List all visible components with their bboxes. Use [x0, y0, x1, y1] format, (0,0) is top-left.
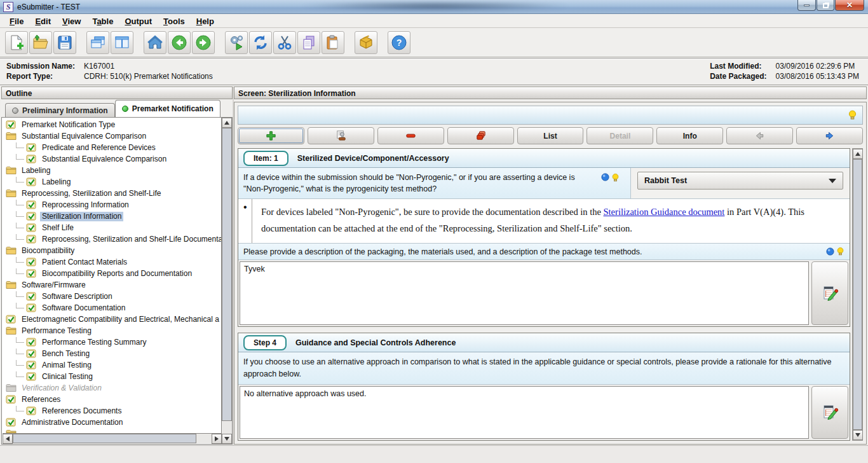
tree-horizontal-scrollbar[interactable] [3, 433, 221, 443]
refresh-button[interactable] [249, 31, 272, 54]
add-item-button[interactable] [238, 127, 304, 144]
back-button[interactable] [168, 31, 191, 54]
copy-button[interactable] [297, 31, 320, 54]
screen-body: List Detail Info Item: 1 Sterilized Devi… [234, 102, 867, 445]
check-icon [26, 177, 37, 186]
menu-tools[interactable]: Tools [158, 15, 191, 27]
open-icon [32, 34, 49, 51]
tree-item[interactable]: References [2, 394, 221, 405]
next-item-button[interactable] [796, 127, 863, 144]
close-button[interactable]: ✕ [835, 0, 864, 11]
paste-button[interactable] [322, 31, 344, 54]
tree-item[interactable]: Labeling [2, 165, 221, 176]
vertical-scrollbar-thumb[interactable] [853, 159, 862, 430]
tree-item[interactable]: Software Documentation [2, 302, 221, 314]
new-document-button[interactable] [5, 31, 28, 54]
duplicate-item-button[interactable] [447, 127, 514, 144]
tree-item[interactable]: Shelf Life [2, 222, 221, 233]
tree-item[interactable]: Verification & Validation [2, 382, 221, 394]
menu-edit[interactable]: Edit [29, 15, 57, 27]
tab-preliminary-information[interactable]: Preliminary Information [5, 103, 115, 117]
minimize-button[interactable] [797, 0, 816, 11]
sterilization-guidance-link[interactable]: Sterilization Guidance document [604, 207, 725, 217]
edit-alternative-approach-button[interactable] [811, 386, 848, 439]
screen-toolbar: List Detail Info [238, 127, 863, 144]
menu-table[interactable]: Table [86, 15, 119, 27]
screen-panel: Screen: Sterilization Information List D… [234, 86, 867, 445]
open-button[interactable] [29, 31, 52, 54]
help-button[interactable]: ? [388, 31, 410, 54]
home-button[interactable] [144, 31, 166, 54]
menu-view[interactable]: View [57, 15, 86, 27]
scroll-down-button[interactable] [222, 434, 232, 444]
save-button[interactable] [53, 31, 76, 54]
restore-button[interactable] [817, 0, 834, 11]
tree-item[interactable]: Labeling [2, 176, 221, 188]
close-icon: ✕ [846, 1, 853, 10]
vertical-scrollbar-thumb[interactable] [222, 128, 232, 421]
tree-item[interactable]: Biocompatibility Reports and Documentati… [2, 268, 221, 279]
tree-item[interactable]: Substantial Equivalence Comparison [2, 153, 221, 165]
edit-packaging-answer-button[interactable] [811, 261, 848, 325]
tree-item[interactable]: Reprocessing Information [2, 199, 221, 211]
tree-item[interactable]: Sterilization Information [2, 211, 221, 222]
menu-file[interactable]: File [4, 15, 29, 27]
plus-icon [265, 130, 277, 142]
tree-item-label: Clinical Testing [40, 372, 95, 382]
list-button[interactable]: List [517, 127, 584, 144]
scroll-left-button[interactable] [3, 434, 13, 444]
tree-item[interactable]: Performance Testing Summary [2, 336, 221, 348]
horizontal-scrollbar-thumb[interactable] [13, 434, 196, 443]
screen-vertical-scrollbar[interactable] [852, 148, 863, 441]
home-icon [147, 34, 163, 51]
tree-item[interactable]: Software Description [2, 291, 221, 302]
tree-item-label: Administrative Documentation [20, 418, 125, 427]
tree-item[interactable]: Electromagnetic Compatibility and Electr… [2, 314, 221, 325]
tree-item[interactable]: Reprocessing, Sterilization and Shelf-Li… [2, 233, 221, 245]
menu-help[interactable]: Help [191, 15, 220, 27]
packaging-answer-textarea[interactable]: Tyvek [240, 261, 809, 325]
scroll-down-button[interactable] [853, 430, 863, 440]
tree-item[interactable]: Software/Firmware [2, 279, 221, 291]
tree-item[interactable]: Administrative Documentation [2, 417, 221, 428]
blue-dot-icon[interactable] [601, 173, 609, 181]
package-button[interactable] [355, 31, 377, 54]
tree-item[interactable]: References Documents [2, 405, 221, 417]
info-button[interactable]: Info [656, 127, 723, 144]
tree-item[interactable]: Biocompatibility [2, 245, 221, 256]
tree-item[interactable]: Animal Testing [2, 359, 221, 371]
detail-button-label: Detail [610, 132, 631, 141]
remove-item-button[interactable] [377, 127, 444, 144]
forward-button[interactable] [192, 31, 215, 54]
cut-button[interactable] [273, 31, 296, 54]
menu-output[interactable]: Output [119, 15, 158, 27]
split-view-button[interactable] [111, 31, 133, 54]
submission-info-bar: Submission Name: K167001 Report Type: CD… [0, 58, 868, 85]
previous-item-button[interactable] [726, 127, 793, 144]
tab-premarket-notification[interactable]: Premarket Notification [115, 100, 220, 117]
tree-vertical-scrollbar[interactable] [221, 118, 232, 444]
alternative-approach-textarea[interactable]: No alternative approach was used. [240, 386, 809, 439]
lightbulb-icon[interactable] [836, 247, 844, 256]
tree-item[interactable]: Performance Testing [2, 325, 221, 336]
tree-item[interactable]: Substantial Equivalence Comparison [2, 130, 221, 142]
lightbulb-icon[interactable] [848, 110, 857, 120]
tree-item[interactable]: Clinical Testing [2, 371, 221, 382]
detail-button[interactable]: Detail [587, 127, 653, 144]
tree-item[interactable]: Bench Testing [2, 348, 221, 359]
stamp-item-button[interactable] [308, 127, 374, 144]
scroll-right-button[interactable] [212, 434, 221, 444]
cascade-windows-button[interactable] [86, 31, 109, 54]
chevron-down-icon [829, 179, 836, 183]
blue-dot-icon[interactable] [826, 247, 834, 256]
tree-item[interactable]: Reprocessing, Sterilization and Shelf-Li… [2, 188, 221, 199]
lightbulb-icon[interactable] [611, 173, 620, 183]
scroll-up-button[interactable] [222, 118, 232, 128]
run-report-button[interactable] [225, 31, 248, 54]
tree-item[interactable]: Predicate and Reference Devices [2, 142, 221, 153]
tree-item[interactable]: Premarket Notification Type [2, 119, 221, 130]
pyrogenicity-test-dropdown[interactable]: Rabbit Test [637, 172, 843, 190]
scroll-up-button[interactable] [853, 149, 863, 159]
tree-item[interactable]: Patient Contact Materials [2, 256, 221, 268]
screen-header: Screen: Sterilization Information [234, 86, 867, 99]
